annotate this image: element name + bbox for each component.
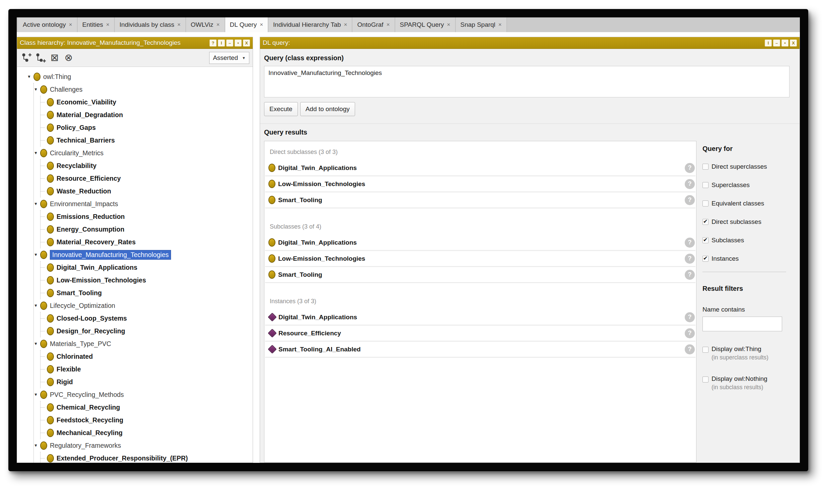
add-subclass-icon[interactable] (20, 52, 32, 64)
delete-class-icon[interactable]: ⊠ (49, 52, 61, 64)
checkbox[interactable] (703, 164, 709, 170)
tree-item-circularity-metrics[interactable]: ▼Circularity_Metrics (34, 147, 253, 159)
checkbox[interactable] (703, 219, 709, 225)
tree-item-extended-producer-responsibility-epr[interactable]: Extended_Producer_Responsibility_(EPR) (41, 452, 253, 462)
tree-item-regulatory-frameworks[interactable]: ▼Regulatory_Frameworks (34, 439, 253, 452)
tree-item-economic-viability[interactable]: Economic_Viability (41, 96, 253, 109)
help-icon[interactable]: ? (210, 40, 217, 47)
tab-individuals-by-class[interactable]: Individuals by class× (115, 17, 186, 32)
tree-item-flexible[interactable]: Flexible (41, 363, 253, 376)
explain-button[interactable]: ? (685, 163, 695, 173)
tree-item-mechanical-recyling[interactable]: Mechanical_Recyling (41, 426, 253, 439)
query-for-option-superclasses[interactable]: Superclasses (703, 180, 789, 190)
explain-button[interactable]: ? (685, 328, 695, 338)
result-row-smart-tooling[interactable]: Smart_Tooling? (265, 192, 695, 209)
explain-button[interactable]: ? (685, 344, 695, 354)
execute-button[interactable]: Execute (264, 102, 298, 116)
explain-button[interactable]: ? (685, 312, 695, 322)
tab-close-icon[interactable]: × (69, 21, 72, 28)
checkbox[interactable] (703, 182, 709, 188)
tree-item-material-recovery-rates[interactable]: Material_Recovery_Rates (41, 236, 253, 248)
filter-option-display-owl-thing[interactable]: Display owl:Thing(in superclass results) (703, 345, 789, 361)
tab-ontograf[interactable]: OntoGraf× (352, 17, 395, 32)
tab-close-icon[interactable]: × (217, 21, 220, 28)
checkbox[interactable] (703, 237, 709, 243)
tree-item-technical-barriers[interactable]: Technical_Barriers (41, 134, 253, 147)
tree-item-resource-efficiency[interactable]: Resource_Efficiency (41, 172, 253, 185)
tree-item-policy-gaps[interactable]: Policy_Gaps (41, 121, 253, 134)
tab-close-icon[interactable]: × (447, 21, 450, 28)
minimize-icon[interactable]: – (226, 40, 233, 47)
tab-close-icon[interactable]: × (260, 21, 263, 28)
expand-arrow-icon[interactable]: ▼ (34, 151, 40, 155)
tree-item-closed-loop-systems[interactable]: Closed-Loop_Systems (41, 312, 253, 325)
float-icon[interactable]: I (765, 40, 772, 47)
tab-entities[interactable]: Entities× (78, 17, 115, 32)
result-row-digital-twin-applications[interactable]: Digital_Twin_Applications? (265, 235, 695, 251)
tree-item-recyclability[interactable]: Recyclability (41, 159, 253, 172)
hierarchy-view-selector[interactable]: Asserted ▼ (209, 52, 249, 64)
query-for-option-direct-superclasses[interactable]: Direct superclasses (703, 161, 789, 172)
query-for-option-subclasses[interactable]: Subclasses (703, 235, 789, 246)
result-row-smart-tooling-ai-enabled[interactable]: Smart_Tooling_AI_Enabled? (265, 342, 695, 358)
expand-arrow-icon[interactable]: ▼ (34, 443, 40, 448)
maximize-icon[interactable]: ▪ (782, 40, 788, 47)
tree-item-challenges[interactable]: ▼Challenges (34, 83, 253, 96)
tab-close-icon[interactable]: × (386, 21, 390, 28)
expand-arrow-icon[interactable]: ▼ (34, 252, 40, 257)
expand-arrow-icon[interactable]: ▼ (34, 303, 40, 308)
tree-item-feedstock-recycling[interactable]: Feedstock_Recycling (41, 414, 253, 426)
tab-owlviz[interactable]: OWLViz× (186, 17, 225, 32)
tree-item-waste-reduction[interactable]: Waste_Reduction (41, 185, 253, 197)
tab-dl-query[interactable]: DL Query× (225, 17, 269, 32)
expand-arrow-icon[interactable]: ▼ (34, 392, 40, 397)
tree-item-low-emission-technologies[interactable]: Low-Emission_Technologies (41, 274, 253, 286)
query-for-option-direct-subclasses[interactable]: Direct subclasses (703, 217, 789, 227)
explain-button[interactable]: ? (685, 179, 695, 189)
tree-item-rigid[interactable]: Rigid (41, 376, 253, 388)
expand-arrow-icon[interactable]: ▼ (34, 201, 40, 206)
result-row-smart-tooling[interactable]: Smart_Tooling? (265, 267, 695, 283)
name-contains-input[interactable] (703, 317, 782, 331)
tree-item-owl-thing[interactable]: ▼owl:Thing (27, 70, 253, 83)
add-to-ontology-button[interactable]: Add to ontology (300, 102, 355, 116)
tree-item-smart-tooling[interactable]: Smart_Tooling (41, 286, 253, 299)
tree-item-energy-consumption[interactable]: Energy_Consumption (41, 223, 253, 236)
result-row-low-emission-technologies[interactable]: Low-Emission_Technologies? (265, 176, 695, 192)
tree-item-pvc-recycling-methods[interactable]: ▼PVC_Recycling_Methods (34, 388, 253, 401)
tree-item-lifecycle-optimization[interactable]: ▼Lifecycle_Optimization (34, 299, 253, 312)
close-icon[interactable]: X (243, 40, 250, 47)
add-sibling-class-icon[interactable] (34, 52, 47, 64)
expand-arrow-icon[interactable]: ▼ (27, 74, 33, 79)
checkbox[interactable] (703, 256, 709, 262)
crosshair-icon[interactable]: ⊗ (63, 52, 75, 64)
filter-option-display-owl-nothing[interactable]: Display owl:Nothing(in subclass results) (703, 375, 789, 391)
tree-item-design-for-recycling[interactable]: Design_for_Recycling (41, 325, 253, 337)
checkbox[interactable] (703, 377, 709, 383)
maximize-icon[interactable]: ▪ (235, 40, 242, 47)
tree-item-digital-twin-applications[interactable]: Digital_Twin_Applications (41, 261, 253, 274)
tab-close-icon[interactable]: × (106, 21, 110, 28)
result-row-digital-twin-applications[interactable]: Digital_Twin_Applications? (265, 310, 695, 326)
result-row-low-emission-technologies[interactable]: Low-Emission_Technologies? (265, 251, 695, 267)
checkbox[interactable] (703, 347, 709, 353)
tree-item-innovative-manufacturing-technologies[interactable]: ▼Innovative_Manufacturing_Technologies (34, 248, 253, 261)
tree-item-chemical-recycling[interactable]: Chemical_Recycling (41, 401, 253, 414)
tab-active-ontology[interactable]: Active ontology× (18, 17, 78, 32)
tab-close-icon[interactable]: × (344, 21, 348, 28)
query-for-option-instances[interactable]: Instances (703, 253, 789, 264)
tree-item-materials-type-pvc[interactable]: ▼Materials_Type_PVC (34, 337, 253, 350)
explain-button[interactable]: ? (685, 270, 695, 280)
result-row-digital-twin-applications[interactable]: Digital_Twin_Applications? (265, 160, 695, 176)
tab-snap-sparql[interactable]: Snap Sparql× (456, 17, 507, 32)
checkbox[interactable] (703, 200, 709, 207)
float-icon[interactable]: I (218, 40, 225, 47)
query-expression-input[interactable]: Innovative_Manufacturing_Technologies (264, 66, 789, 97)
tab-individual-hierarchy-tab[interactable]: Individual Hierarchy Tab× (268, 17, 352, 32)
result-row-resource-efficiency[interactable]: Resource_Efficiency? (265, 326, 695, 342)
tab-sparql-query[interactable]: SPARQL Query× (395, 17, 456, 32)
expand-arrow-icon[interactable]: ▼ (34, 341, 40, 346)
explain-button[interactable]: ? (685, 254, 695, 264)
tree-item-environmental-impacts[interactable]: ▼Environmental_Impacts (34, 197, 253, 210)
explain-button[interactable]: ? (685, 238, 695, 248)
